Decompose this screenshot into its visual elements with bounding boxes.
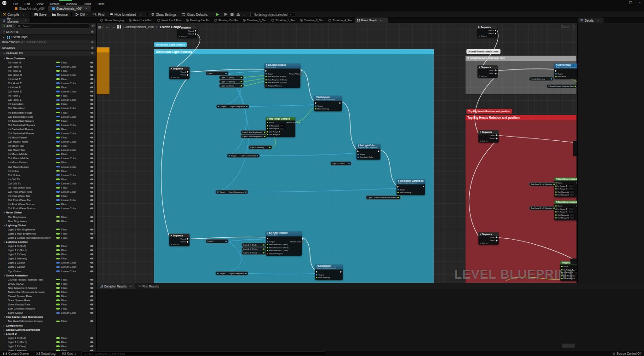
visibility-eye-icon[interactable]	[90, 258, 93, 259]
tab-details[interactable]: Details ×	[578, 17, 604, 23]
get-component-node[interactable]: TargetLight Component	[227, 154, 260, 158]
visibility-eye-icon[interactable]	[90, 266, 93, 268]
variable-row[interactable]: Stars ColourLinear Color	[0, 311, 96, 315]
variable-category[interactable]: ▾LIGHT 2	[0, 332, 96, 336]
graph-tab-timeline-4-tem[interactable]: Timeline_4_Tem...	[326, 17, 354, 23]
graph-tab-timeline-2-tem[interactable]: Timeline_2_Tem...	[298, 17, 326, 23]
visibility-eye-icon[interactable]	[90, 66, 93, 68]
sidebar-item-eventgraph[interactable]: ▸ EventGraph	[0, 34, 96, 40]
visibility-eye-icon[interactable]	[90, 124, 93, 126]
tab-my-blueprint[interactable]: My Blueprint ×	[0, 17, 29, 23]
pin-value-field[interactable]	[568, 188, 573, 190]
visibility-eye-icon[interactable]	[90, 62, 93, 63]
visibility-eye-icon[interactable]	[90, 270, 93, 272]
event-graph-canvas[interactable]: ▦∨ ← → GlassAnimals_v06 › Event Graph Zo…	[97, 23, 577, 283]
visibility-eye-icon[interactable]	[90, 99, 93, 101]
function-node-set-actor-rotation[interactable]: ƒ Set Actor RotationTarget is ActorTarge…	[264, 63, 300, 88]
variable-row[interactable]: Light 1 Global Illumination IntensityFlo…	[0, 235, 96, 240]
variable-get-pill[interactable]: Top Head 2 + 3 Rotation	[529, 206, 557, 210]
visibility-eye-icon[interactable]	[90, 161, 93, 163]
variable-row[interactable]: Cyc ColourLinear Color	[0, 269, 96, 273]
asset-tab[interactable]: GlassAnimals_v06*	[11, 6, 48, 11]
graph-actions-icon[interactable]: ▦∨	[98, 25, 103, 29]
visibility-eye-icon[interactable]	[90, 207, 93, 209]
visibility-eye-icon[interactable]	[90, 320, 93, 322]
close-icon[interactable]: ×	[638, 0, 642, 6]
browse-button[interactable]: Browse	[49, 11, 70, 17]
variable-row[interactable]: Stars Gravity RateFloat	[0, 303, 96, 307]
variable-row[interactable]: Col Basketball FrameLinear Color	[0, 131, 96, 135]
visibility-eye-icon[interactable]	[90, 345, 93, 347]
visibility-eye-icon[interactable]	[90, 116, 93, 118]
variable-category[interactable]: ▾Lighting Global	[0, 223, 96, 227]
variable-row[interactable]: Int Moon TopFloat	[0, 144, 96, 148]
output-log-button[interactable]: Output Log	[33, 351, 59, 356]
variable-row[interactable]: Col Moon TopLinear Color	[0, 148, 96, 152]
variable-get-pill[interactable]: Heads Spinning	[529, 77, 554, 81]
variable-row[interactable]: Int Basketball FrameFloat	[0, 127, 96, 131]
menu-window[interactable]: Window	[63, 2, 80, 6]
variable-category[interactable]: ▾Neon Global	[0, 211, 96, 215]
variable-row[interactable]: Int Hotel HFloat	[0, 60, 96, 64]
variable-category[interactable]: ▾Scene Animation	[0, 273, 96, 277]
menu-view[interactable]: View	[33, 2, 46, 6]
nav-forward-icon[interactable]: →	[111, 25, 115, 29]
visibility-eye-icon[interactable]	[90, 308, 93, 310]
cmd-dropdown[interactable]: >_ Cmd∨	[59, 351, 80, 356]
pin-value-field[interactable]	[568, 207, 573, 210]
add-pin-icon[interactable]: ⊕	[171, 76, 172, 79]
get-component-node[interactable]: TargetLight Component	[215, 271, 248, 276]
variable-row[interactable]: Cereal Spawn RateFloat	[0, 294, 96, 298]
add-function-icon[interactable]: ⊕	[91, 40, 94, 44]
graph-tab-floating-car-pos[interactable]: Floating Car Pos...	[184, 17, 212, 23]
sequence-node[interactable]: SequenceThen 0Then 1⊕Add pin	[478, 130, 499, 143]
variable-row[interactable]: Ballon Car Movement AmountFloat	[0, 290, 96, 294]
variable-get-pill[interactable]: Light 1 Min Brightness	[241, 130, 267, 134]
variable-row[interactable]: Col Basketball SquareLinear Color	[0, 123, 96, 127]
variable-row[interactable]: Int Pool Wave TopFloat	[0, 194, 96, 198]
function-node-set-intensity[interactable]: ƒ Set IntensityTarget is Light Component…	[314, 96, 342, 111]
search-input[interactable]	[16, 23, 90, 29]
variable-row[interactable]: Col Hotel ELinear Color	[0, 90, 96, 94]
variable-row[interactable]: Int Basketball HoopFloat	[0, 110, 96, 115]
function-node-set-intensity[interactable]: ƒ Set IntensityTarget is Light Component…	[315, 264, 343, 280]
visibility-eye-icon[interactable]	[90, 174, 93, 176]
visibility-eye-icon[interactable]	[90, 249, 93, 251]
visibility-eye-icon[interactable]	[90, 145, 93, 147]
variable-row[interactable]: Top Head Movement AmountFloat	[0, 319, 96, 323]
variable-row[interactable]: Light 1 ColourLinear Color	[0, 261, 96, 265]
variable-row[interactable]: Col NokiaLinear Color	[0, 173, 96, 177]
variable-row[interactable]: Int Pool Wave BottomFloat	[0, 202, 96, 207]
variable-row[interactable]: Col Basketball HoopLinear Color	[0, 115, 96, 119]
add-pin-icon[interactable]: ⊕	[178, 35, 180, 38]
variable-category[interactable]: ▾Neon Controls	[0, 56, 96, 60]
graph-tab-timeline-0-tem[interactable]: Timeline_0_Tem...	[241, 17, 269, 23]
visibility-eye-icon[interactable]	[90, 216, 93, 218]
variable-get-pill[interactable]: Light 2 Z (Yaw)	[242, 251, 266, 255]
graph-tab-event-graph[interactable]: Event Graph×	[355, 17, 388, 23]
visibility-eye-icon[interactable]	[90, 103, 93, 105]
variable-row[interactable]: Light 2 Z (Yaw)Float	[0, 344, 96, 348]
visibility-eye-icon[interactable]	[90, 128, 93, 130]
variable-category[interactable]: ▸Components	[0, 323, 96, 327]
visibility-eye-icon[interactable]	[90, 141, 93, 143]
variable-row[interactable]: Light 2 X (Roll)Float	[0, 336, 96, 340]
function-node-set-light-color[interactable]: ƒ Set Light ColorTarget is Light Compone…	[356, 144, 380, 160]
panel-action-button[interactable]	[562, 344, 575, 348]
frame-skip-button[interactable]	[223, 11, 229, 17]
add-macro-icon[interactable]: ⊕	[91, 46, 94, 50]
add-pin-icon[interactable]: ⊕	[479, 75, 480, 77]
compile-options-kebab-icon[interactable]: ⋮	[21, 12, 27, 16]
variable-row[interactable]: Int GameboyFloat	[0, 102, 96, 106]
variable-row[interactable]: Col Hotel HLinear Color	[0, 64, 96, 69]
variable-row[interactable]: Col Hotel OLinear Color	[0, 73, 96, 77]
get-component-node[interactable]: TargetLight Component	[215, 190, 248, 194]
panel-settings-gear-icon[interactable]: ⚙	[92, 24, 95, 28]
sequence-node[interactable]: SequenceThen 0Then 1⊕Add pin	[478, 232, 499, 245]
menu-tools[interactable]: Tools	[80, 2, 94, 6]
class-defaults-button[interactable]: Class Defaults	[179, 11, 210, 17]
visibility-eye-icon[interactable]	[90, 95, 93, 97]
nav-back-icon[interactable]: ←	[105, 25, 109, 29]
visibility-eye-icon[interactable]	[90, 107, 93, 109]
get-component-node[interactable]: TargetLight Component	[216, 104, 249, 109]
